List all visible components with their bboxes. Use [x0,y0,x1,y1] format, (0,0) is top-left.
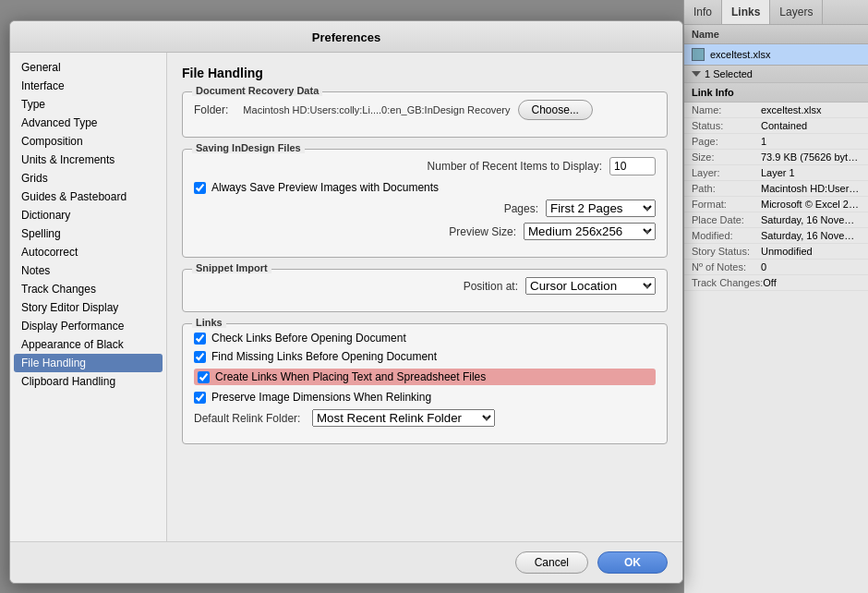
create-links-checkbox[interactable] [198,371,210,383]
story-status-val: Unmodified [761,246,861,257]
sidebar-item-story-editor[interactable]: Story Editor Display [10,298,166,317]
check-links-checkbox[interactable] [194,333,206,345]
default-relink-row: Default Relink Folder: Most Recent Relin… [194,409,656,427]
preserve-image-label: Preserve Image Dimensions When Relinking [211,391,431,404]
preserve-image-checkbox[interactable] [194,392,206,404]
layer-key: Layer: [692,167,761,178]
pages-select[interactable]: First 2 Pages All Pages First Page [546,200,656,217]
preview-size-select-wrapper: Medium 256x256 Small 128x128 Large 512x5… [524,223,656,240]
format-val: Microsoft © Excel 2007 [761,199,861,210]
folder-path: Macintosh HD:Users:colly:Li....0:en_GB:I… [243,104,510,115]
sidebar-item-interface[interactable]: Interface [10,77,166,95]
position-select-wrapper: Cursor Location Original Location [525,277,656,295]
pages-label: Pages: [212,202,538,215]
format-key: Format: [692,199,761,210]
dialog-title: Preferences [10,21,682,53]
story-status-key: Story Status: [692,246,761,257]
size-val: 73.9 KB (75626 bytes) [761,151,861,163]
links-label: Links [192,317,226,328]
preserve-image-row: Preserve Image Dimensions When Relinking [194,391,656,404]
layer-val: Layer 1 [761,167,861,178]
snippet-import-label: Snippet Import [192,262,271,273]
preferences-dialog: Preferences General Interface Type Advan… [9,20,683,584]
sidebar-item-composition[interactable]: Composition [10,132,166,151]
preview-size-select[interactable]: Medium 256x256 Small 128x128 Large 512x5… [524,223,656,240]
link-info-section: Link Info Name: exceltest.xlsx Status: C… [684,83,868,291]
modified-key: Modified: [692,230,761,241]
section-title: File Handling [182,66,668,80]
path-key: Path: [692,183,761,194]
check-links-row: Check Links Before Opening Document [194,332,656,345]
sidebar-item-guides[interactable]: Guides & Pasteboard [10,188,166,206]
sidebar-item-type[interactable]: Type [10,95,166,114]
saving-group: Saving InDesign Files Number of Recent I… [182,149,668,258]
tab-info[interactable]: Info [684,0,722,24]
triangle-icon [692,71,701,77]
link-info-notes: Nº of Notes: 0 [684,260,868,275]
modified-val: Saturday, 16 November 201 [761,230,861,241]
link-info-modified: Modified: Saturday, 16 November 201 [684,228,868,244]
notes-key: Nº of Notes: [692,261,761,272]
notes-val: 0 [761,261,861,272]
recent-items-input[interactable] [609,157,656,175]
panel-tabs: Info Links Layers [684,0,868,25]
recent-items-row: Number of Recent Items to Display: [194,157,656,175]
size-key: Size: [692,151,761,163]
cancel-button[interactable]: Cancel [515,551,588,574]
snippet-import-group: Snippet Import Position at: Cursor Locat… [182,269,668,312]
sidebar-item-dictionary[interactable]: Dictionary [10,206,166,224]
choose-button[interactable]: Choose... [518,100,593,120]
track-changes-val: Off [763,277,861,288]
always-save-checkbox[interactable] [194,182,206,194]
ok-button[interactable]: OK [597,551,668,574]
default-relink-label: Default Relink Folder: [194,412,305,425]
panel-file-item[interactable]: exceltest.xlsx [684,44,868,66]
page-val: 1 [761,136,861,147]
saving-label: Saving InDesign Files [192,142,305,153]
position-label: Position at: [194,280,518,293]
sidebar-item-spelling[interactable]: Spelling [10,224,166,243]
prefs-footer: Cancel OK [10,541,682,583]
sidebar-item-display-performance[interactable]: Display Performance [10,317,166,335]
sidebar-item-clipboard[interactable]: Clipboard Handling [10,372,166,391]
prefs-sidebar: General Interface Type Advanced Type Com… [10,53,167,541]
sidebar-item-appearance-of-black[interactable]: Appearance of Black [10,335,166,354]
panel-file-name: exceltest.xlsx [710,49,770,60]
default-relink-select-wrapper: Most Recent Relink Folder Original Folde… [312,409,495,427]
tab-layers[interactable]: Layers [770,0,823,24]
sidebar-item-grids[interactable]: Grids [10,169,166,188]
always-save-row: Always Save Preview Images with Document… [194,181,656,194]
path-val: Macintosh HD:Users:colly:De [761,183,861,194]
link-info-story-status: Story Status: Unmodified [684,244,868,260]
tab-links[interactable]: Links [722,0,770,24]
create-links-label: Create Links When Placing Text and Sprea… [215,370,486,383]
sidebar-item-file-handling[interactable]: File Handling [14,354,163,372]
link-info-place-date: Place Date: Saturday, 16 November 201 [684,212,868,228]
sidebar-item-track-changes[interactable]: Track Changes [10,280,166,298]
sidebar-item-units[interactable]: Units & Increments [10,151,166,169]
default-relink-select[interactable]: Most Recent Relink Folder Original Folde… [312,409,495,427]
prefs-body: General Interface Type Advanced Type Com… [10,53,682,541]
name-val: exceltest.xlsx [761,104,861,115]
sidebar-item-notes[interactable]: Notes [10,261,166,280]
check-links-label: Check Links Before Opening Document [211,332,406,345]
find-missing-checkbox[interactable] [194,351,206,363]
always-save-label: Always Save Preview Images with Document… [211,181,439,194]
link-info-title: Link Info [684,83,868,103]
link-info-format: Format: Microsoft © Excel 2007 [684,197,868,212]
position-select[interactable]: Cursor Location Original Location [525,277,656,295]
link-info-layer: Layer: Layer 1 [684,165,868,181]
sidebar-item-general[interactable]: General [10,58,166,77]
folder-row: Folder: Macintosh HD:Users:colly:Li....0… [194,100,656,120]
document-recovery-group: Document Recovery Data Folder: Macintosh… [182,91,668,138]
place-date-key: Place Date: [692,214,761,225]
recent-items-label: Number of Recent Items to Display: [194,160,602,173]
status-key: Status: [692,120,761,131]
folder-label: Folder: [194,103,228,116]
status-val: Contained [761,120,861,131]
sidebar-item-autocorrect[interactable]: Autocorrect [10,243,166,261]
link-info-track-changes: Track Changes: Off [684,275,868,291]
pages-select-wrapper: First 2 Pages All Pages First Page [546,200,656,217]
selected-count: 1 Selected [705,68,753,79]
sidebar-item-advanced-type[interactable]: Advanced Type [10,114,166,132]
